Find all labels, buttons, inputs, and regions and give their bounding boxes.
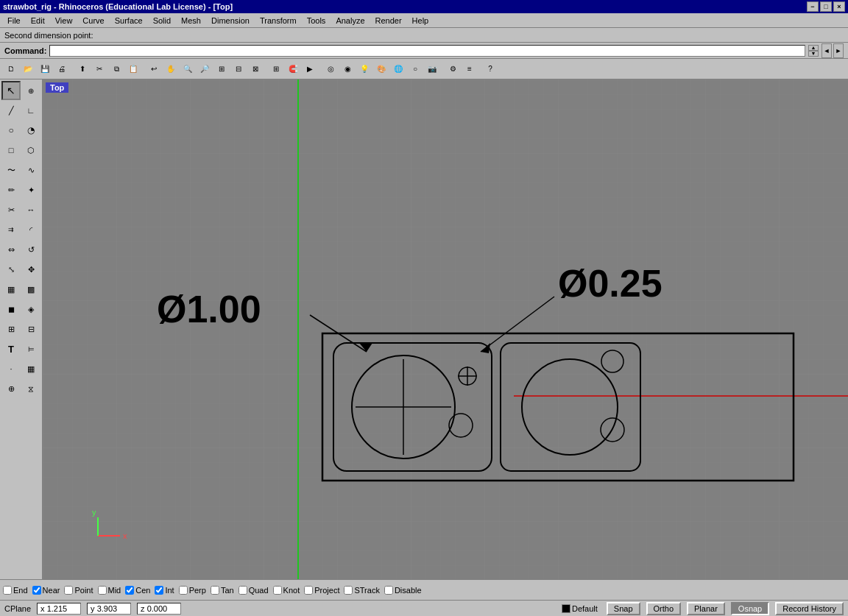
help-btn[interactable]: ? [482,61,498,77]
strack-checkbox[interactable] [344,586,353,595]
surf1-btn[interactable]: ▦ [1,280,21,299]
end-checkbox[interactable] [3,586,12,595]
scroll-right-btn[interactable]: ► [833,43,844,58]
near-label[interactable]: Near [43,586,60,595]
disable-checkbox[interactable] [384,586,393,595]
maximize-button[interactable]: □ [820,1,832,12]
text-btn[interactable]: T [1,339,21,358]
dim-btn[interactable]: ⊨ [21,339,40,358]
tan-check[interactable]: Tan [211,586,234,595]
curve-btn[interactable]: 〜 [1,160,21,180]
menu-surface[interactable]: Surface [110,15,147,26]
disable-check[interactable]: Disable [384,586,422,595]
scale-btn[interactable]: ⤡ [1,260,21,279]
menu-render[interactable]: Render [371,15,406,26]
point-checkbox[interactable] [64,586,73,595]
new-btn[interactable]: 🗋 [3,61,19,77]
freeform-btn[interactable]: ✏ [1,180,21,199]
quad-label[interactable]: Quad [249,586,269,595]
menu-solid[interactable]: Solid [149,15,175,26]
point-label[interactable]: Point [74,586,93,595]
light-btn[interactable]: 💡 [356,61,372,77]
sphere-btn[interactable]: ○ [407,61,423,77]
perp-check[interactable]: Perp [179,586,206,595]
edit-btn[interactable]: ✦ [21,180,40,199]
select2-btn[interactable]: ⊕ [21,81,40,100]
mid-checkbox[interactable] [98,586,107,595]
camera-btn[interactable]: 📷 [424,61,440,77]
rotate-btn[interactable]: ↺ [21,240,40,259]
point-btn[interactable]: · [1,359,21,378]
polyline-btn[interactable]: ∟ [21,101,40,120]
strack-check[interactable]: STrack [344,586,379,595]
menu-mesh[interactable]: Mesh [177,15,205,26]
move-btn[interactable]: ✥ [21,260,40,279]
close-button[interactable]: × [833,1,845,12]
knot-label[interactable]: Knot [283,586,300,595]
line-btn[interactable]: ╱ [1,101,21,120]
rect-btn[interactable]: □ [1,141,21,160]
mesh2-btn[interactable]: ⊟ [21,319,40,339]
paste-btn[interactable]: 📋 [125,61,141,77]
cen-check[interactable]: Cen [125,586,150,595]
wire-btn[interactable]: ◎ [322,61,339,77]
fillet-btn[interactable]: ◜ [21,220,40,239]
hatch-btn[interactable]: ▦ [21,359,40,378]
planar-button[interactable]: Planar [687,602,725,615]
near-check[interactable]: Near [32,586,60,595]
end-check[interactable]: End [3,586,28,595]
cut-btn[interactable]: ✂ [91,61,107,77]
zoom-ext-btn[interactable]: ⊟ [230,61,247,77]
menu-help[interactable]: Help [408,15,434,26]
mirror-btn[interactable]: ⇔ [1,240,21,259]
perp-label[interactable]: Perp [189,586,206,595]
osnap-button[interactable]: Osnap [731,602,769,615]
int-checkbox[interactable] [155,586,163,595]
select-btn[interactable]: ↖ [1,81,21,100]
quad-checkbox[interactable] [239,586,247,595]
record-history-button[interactable]: Record History [775,602,844,615]
open-btn[interactable]: 📂 [20,61,36,77]
point-check[interactable]: Point [64,586,93,595]
menu-curve[interactable]: Curve [78,15,108,26]
undo-btn[interactable]: ↩ [146,61,162,77]
minimize-button[interactable]: − [807,1,819,12]
window-buttons[interactable]: − □ × [807,1,845,12]
print-btn[interactable]: 🖨 [54,61,70,77]
zoom-in-btn[interactable]: 🔍 [180,61,196,77]
shade-btn[interactable]: ◉ [339,61,356,77]
gumball-btn[interactable]: ⊕ [1,379,21,398]
disable-label[interactable]: Disable [395,586,422,595]
menu-view[interactable]: View [51,15,77,26]
history-btn[interactable]: ⧖ [21,379,40,398]
project-label[interactable]: Project [314,586,339,595]
menu-transform[interactable]: Transform [255,15,301,26]
scroll-up-btn[interactable]: ▲ [808,45,819,51]
arc-btn[interactable]: ◔ [21,121,40,140]
knot-checkbox[interactable] [273,586,282,595]
copy-btn[interactable]: ⧉ [108,61,124,77]
menu-analyze[interactable]: Analyze [331,15,369,26]
props-btn[interactable]: ⚙ [445,61,461,77]
extend-btn[interactable]: ↔ [21,200,40,219]
int-label[interactable]: Int [165,586,174,595]
layers-btn[interactable]: ≡ [462,61,478,77]
material-btn[interactable]: 🎨 [373,61,389,77]
command-input[interactable] [49,45,805,57]
ortho-button[interactable]: Ortho [646,602,682,615]
mid-check[interactable]: Mid [98,586,121,595]
spline-btn[interactable]: ∿ [21,160,40,180]
zoom-sel-btn[interactable]: ⊞ [213,61,230,77]
cen-label[interactable]: Cen [135,586,150,595]
tan-checkbox[interactable] [211,586,219,595]
knot-check[interactable]: Knot [273,586,300,595]
cen-checkbox[interactable] [125,586,134,595]
project-check[interactable]: Project [304,586,339,595]
menu-file[interactable]: File [3,15,25,26]
surf2-btn[interactable]: ▩ [21,280,40,299]
circle-btn[interactable]: ○ [1,121,21,140]
grid-btn[interactable]: ⊞ [268,61,284,77]
quad-check[interactable]: Quad [239,586,269,595]
zoom-ext2-btn[interactable]: ⊠ [247,61,264,77]
earth-btn[interactable]: 🌐 [390,61,406,77]
